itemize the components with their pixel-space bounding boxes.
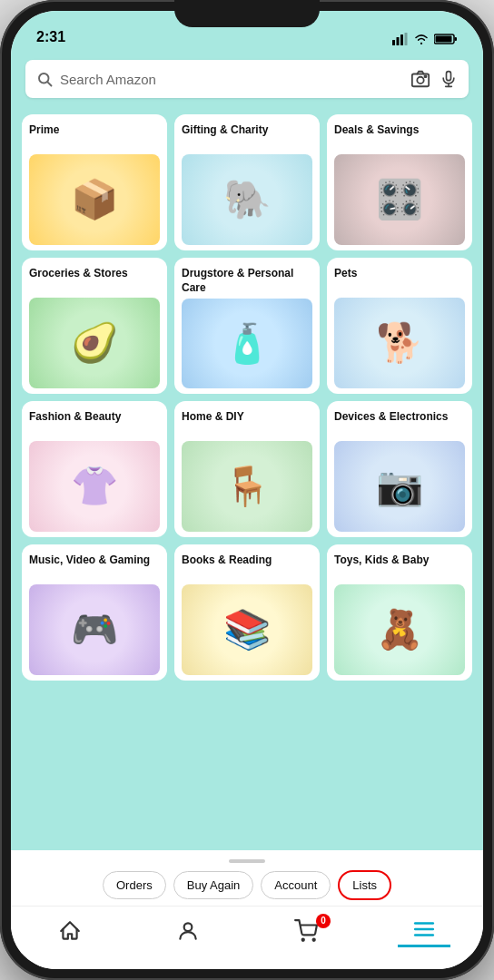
bottom-nav: 0: [11, 906, 483, 969]
status-icons: [392, 33, 458, 45]
card-title-drugstore: Drugstore & Personal Care: [182, 267, 312, 295]
svg-rect-11: [425, 75, 427, 77]
quick-scroll: OrdersBuy AgainAccountLists: [25, 870, 469, 900]
scroll-indicator: [229, 859, 265, 863]
card-icon-gifting: 🐘: [223, 181, 271, 219]
svg-rect-3: [405, 33, 408, 45]
svg-rect-12: [447, 72, 451, 81]
menu-nav-icon: [412, 917, 436, 941]
card-img-drugstore: 🧴: [182, 299, 312, 388]
card-title-toys: Toys, Kids & Baby: [334, 554, 465, 581]
home-nav-icon: [58, 919, 82, 943]
card-books[interactable]: Books & Reading📚: [174, 544, 320, 681]
svg-rect-1: [397, 37, 400, 45]
svg-point-16: [302, 938, 304, 940]
profile-nav-icon: [176, 919, 200, 943]
card-music[interactable]: Music, Video & Gaming🎮: [22, 544, 167, 681]
search-bar-container: Search Amazon: [11, 51, 483, 111]
card-icon-home: 🪑: [223, 467, 271, 505]
camera-icon[interactable]: [410, 69, 430, 89]
card-prime[interactable]: Prime📦: [22, 114, 167, 250]
card-img-gifting: 🐘: [182, 154, 312, 245]
nav-menu[interactable]: [398, 914, 450, 947]
card-icon-pets: 🐕: [376, 324, 423, 362]
quick-actions: OrdersBuy AgainAccountLists: [11, 850, 483, 906]
nav-cart[interactable]: 0: [280, 916, 332, 946]
card-icon-groceries: 🥑: [71, 324, 118, 362]
battery-icon: [434, 33, 458, 45]
search-icon: [36, 71, 53, 87]
card-img-home: 🪑: [182, 441, 312, 532]
card-title-books: Books & Reading: [182, 554, 312, 581]
card-icon-books: 📚: [223, 611, 271, 649]
card-icon-devices: 📷: [376, 467, 423, 505]
phone-frame: 2:31: [0, 0, 494, 980]
search-right-icons: [410, 69, 458, 89]
card-toys[interactable]: Toys, Kids & Baby🧸: [327, 544, 472, 681]
svg-point-10: [417, 77, 423, 83]
nav-home[interactable]: [44, 916, 96, 946]
category-grid: Prime📦Gifting & Charity🐘Deals & Savings🎛…: [22, 114, 472, 681]
status-time: 2:31: [36, 29, 65, 45]
card-img-devices: 📷: [334, 441, 465, 532]
phone-screen: 2:31: [11, 11, 483, 969]
quick-btn-orders[interactable]: Orders: [103, 871, 166, 899]
card-title-fashion: Fashion & Beauty: [29, 410, 160, 437]
card-icon-fashion: 👚: [71, 467, 118, 505]
card-title-home: Home & DIY: [182, 410, 312, 437]
card-title-groceries: Groceries & Stores: [29, 267, 160, 294]
main-content: Prime📦Gifting & Charity🐘Deals & Savings🎛…: [11, 111, 483, 850]
card-img-pets: 🐕: [334, 298, 465, 388]
signal-icon: [392, 33, 409, 45]
card-title-deals: Deals & Savings: [334, 123, 465, 151]
card-home[interactable]: Home & DIY🪑: [174, 401, 320, 537]
cart-nav-icon: [294, 919, 318, 943]
svg-rect-6: [455, 37, 458, 41]
card-img-prime: 📦: [29, 154, 160, 245]
svg-point-15: [184, 923, 193, 931]
microphone-icon[interactable]: [440, 69, 458, 89]
card-drugstore[interactable]: Drugstore & Personal Care🧴: [174, 258, 320, 394]
card-fashion[interactable]: Fashion & Beauty👚: [22, 401, 167, 537]
card-title-gifting: Gifting & Charity: [182, 123, 312, 151]
card-img-books: 📚: [182, 584, 312, 675]
card-title-prime: Prime: [29, 123, 160, 151]
cart-count: 0: [316, 914, 331, 928]
card-deals[interactable]: Deals & Savings🎛️: [327, 114, 472, 250]
card-icon-drugstore: 🧴: [223, 325, 271, 363]
card-img-deals: 🎛️: [334, 154, 465, 245]
card-img-fashion: 👚: [29, 441, 160, 532]
card-title-devices: Devices & Electronics: [334, 410, 465, 437]
card-devices[interactable]: Devices & Electronics📷: [327, 401, 472, 537]
svg-point-17: [313, 938, 315, 940]
card-icon-music: 🎮: [71, 611, 118, 649]
card-img-groceries: 🥑: [29, 298, 160, 388]
svg-rect-2: [400, 34, 403, 45]
wifi-icon: [413, 33, 430, 45]
quick-btn-buy-again[interactable]: Buy Again: [173, 871, 254, 899]
search-placeholder-text: Search Amazon: [60, 72, 403, 87]
card-title-music: Music, Video & Gaming: [29, 554, 160, 581]
svg-line-8: [47, 82, 51, 85]
card-icon-prime: 📦: [71, 181, 118, 219]
svg-rect-0: [392, 40, 395, 45]
quick-btn-account[interactable]: Account: [261, 871, 331, 899]
quick-btn-lists[interactable]: Lists: [338, 870, 391, 900]
card-img-toys: 🧸: [334, 584, 465, 675]
card-title-pets: Pets: [334, 267, 465, 294]
card-icon-toys: 🧸: [376, 611, 423, 649]
card-gifting[interactable]: Gifting & Charity🐘: [174, 114, 320, 250]
card-img-music: 🎮: [29, 584, 160, 675]
card-groceries[interactable]: Groceries & Stores🥑: [22, 258, 167, 394]
card-pets[interactable]: Pets🐕: [327, 258, 472, 394]
search-input[interactable]: Search Amazon: [25, 60, 469, 98]
notch: [174, 0, 320, 27]
svg-rect-5: [436, 36, 452, 43]
nav-profile[interactable]: [162, 916, 214, 946]
card-icon-deals: 🎛️: [376, 181, 423, 219]
